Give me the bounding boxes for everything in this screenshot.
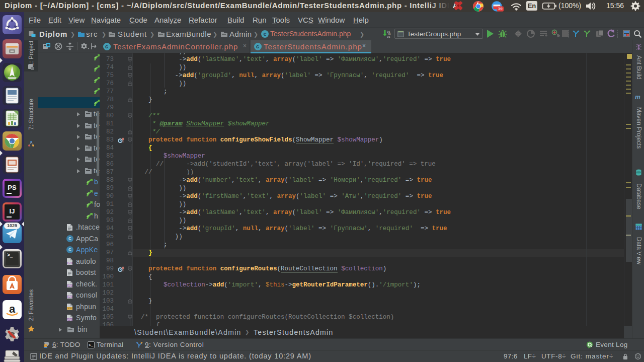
svg-text:php: php <box>67 318 72 321</box>
svg-text:php: php <box>67 296 72 298</box>
svg-text:php: php <box>67 284 72 287</box>
svg-text:<>: <> <box>68 307 71 310</box>
svg-text:>_: >_ <box>89 343 94 347</box>
svg-text:39: 39 <box>498 7 503 11</box>
svg-text:php: php <box>67 262 72 264</box>
svg-text:01: 01 <box>387 35 390 39</box>
svg-text:a: a <box>9 303 16 315</box>
